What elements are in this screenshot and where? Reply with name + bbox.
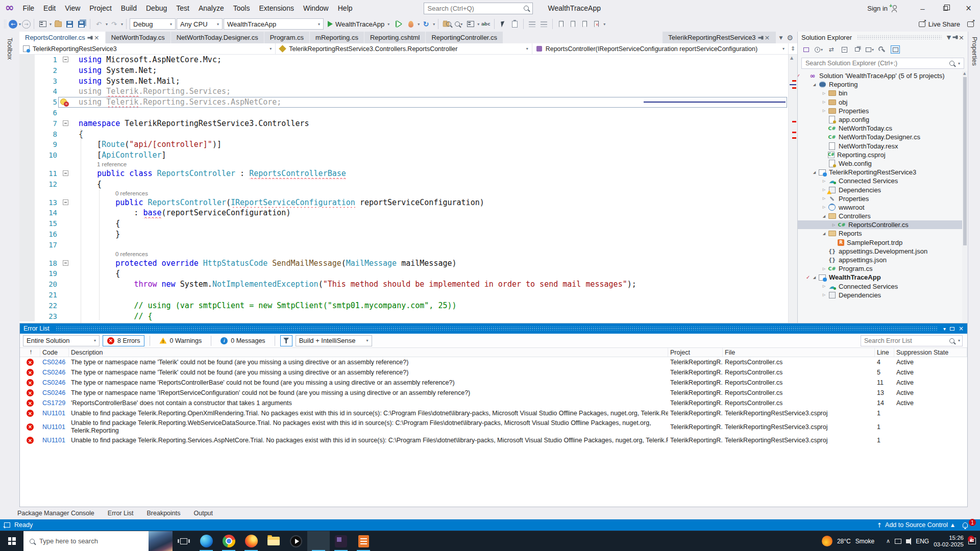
collapse-all-icon[interactable] bbox=[840, 45, 849, 54]
code-line-22[interactable]: 22 // using (var smtpClient = new SmtpCl… bbox=[19, 300, 797, 311]
solution-explorer-search[interactable]: ▾ bbox=[801, 58, 964, 69]
tree-item-wealthtraceapp[interactable]: ✓◢WealthTraceApp bbox=[798, 273, 968, 282]
code-line-8[interactable]: 8{ bbox=[19, 129, 797, 140]
tab-reportingcontroller-cs[interactable]: ReportingController.cs bbox=[426, 32, 503, 43]
tab-networthtoday-cs[interactable]: NetWorthToday.cs bbox=[106, 32, 170, 43]
column-header-file[interactable]: File bbox=[723, 348, 875, 357]
code-line-18[interactable]: 18 protected override HttpStatusCode Sen… bbox=[19, 258, 797, 269]
tree-item-controllers[interactable]: ◢Controllers bbox=[798, 212, 968, 220]
tree-item-appsettings-json[interactable]: {}appsettings.json bbox=[798, 256, 968, 264]
column-header-code[interactable]: Code bbox=[40, 348, 69, 357]
filter-dropdown-icon[interactable]: ▾ bbox=[865, 45, 874, 54]
project-dropdown[interactable]: TelerikReportingRestService3 ▾ bbox=[19, 43, 276, 54]
weather-icon[interactable] bbox=[822, 536, 832, 546]
increase-indent-icon[interactable] bbox=[538, 19, 549, 30]
code-line-16[interactable]: 16 } bbox=[19, 229, 797, 240]
background-task-icon[interactable] bbox=[4, 522, 10, 528]
code-line-4[interactable]: 4using Telerik.Reporting.Services; bbox=[19, 86, 797, 97]
tray-overflow-icon[interactable]: ∧ bbox=[886, 538, 890, 544]
find-in-files-icon[interactable] bbox=[442, 19, 452, 30]
expander-icon[interactable]: ▷ bbox=[820, 100, 828, 104]
live-share-button[interactable]: Live Share bbox=[919, 20, 978, 28]
expander-icon[interactable]: ▷ bbox=[820, 284, 828, 288]
tree-item-bin[interactable]: ▷bin bbox=[798, 89, 968, 97]
tree-item-properties[interactable]: ▷Properties bbox=[798, 194, 968, 203]
switch-views-icon[interactable] bbox=[801, 45, 811, 54]
close-panel-icon[interactable]: × bbox=[959, 34, 964, 41]
window-position-icon[interactable]: ▾ bbox=[943, 326, 946, 332]
code-line-3[interactable]: 3using System.Net.Mail; bbox=[19, 76, 797, 87]
start-without-debugging-icon[interactable] bbox=[394, 19, 404, 30]
taskbar-visual-studio[interactable] bbox=[307, 531, 330, 551]
tree-item-connected-services[interactable]: ▷☁Connected Services bbox=[798, 177, 968, 185]
tree-item-reportscontroller-cs[interactable]: ▷C#ReportsController.cs bbox=[798, 220, 968, 229]
tree-item-program-cs[interactable]: ▷C#Program.cs bbox=[798, 264, 968, 273]
tree-item-obj[interactable]: ▷obj bbox=[798, 98, 968, 107]
expander-icon[interactable]: ◢ bbox=[820, 232, 828, 236]
codelens-references[interactable]: 1 reference bbox=[97, 161, 127, 168]
expander-icon[interactable]: ▷ bbox=[820, 267, 828, 271]
type-dropdown[interactable]: TelerikReportingRestService3.Controllers… bbox=[276, 43, 532, 54]
code-line-9[interactable]: 9 [Route("api/[controller]")] bbox=[19, 139, 797, 150]
expander-icon[interactable]: ▷ bbox=[820, 196, 828, 201]
editor-vertical-scrollbar[interactable] bbox=[788, 55, 797, 323]
tree-item-wwwroot[interactable]: ▷wwwroot bbox=[798, 203, 968, 212]
intellisense-cursor-icon[interactable] bbox=[498, 19, 508, 30]
code-line-14[interactable]: 14 : base(reportServiceConfiguration) bbox=[19, 208, 797, 218]
expander-icon[interactable]: ▷ bbox=[820, 293, 828, 297]
code-line-20[interactable]: 20 throw new System.NotImplementedExcept… bbox=[19, 279, 797, 290]
undo-dropdown-icon[interactable]: ▾ bbox=[106, 22, 108, 27]
code-line-6[interactable]: 6 bbox=[19, 108, 797, 118]
split-window-button[interactable]: ⇕ bbox=[788, 43, 797, 54]
tree-item-web-config[interactable]: Web.config bbox=[798, 159, 968, 168]
open-file-icon[interactable] bbox=[53, 19, 63, 30]
taskbar-search[interactable] bbox=[23, 531, 173, 551]
platform-dropdown[interactable]: Any CPU▾ bbox=[177, 18, 223, 30]
code-line-7[interactable]: 7namespace TelerikReportingRestService3.… bbox=[19, 118, 797, 129]
filter-button[interactable] bbox=[280, 335, 292, 346]
pin-icon[interactable] bbox=[758, 37, 762, 38]
warnings-filter-button[interactable]: !0 Warnings bbox=[155, 335, 206, 346]
expander-icon[interactable]: ◢ bbox=[811, 83, 818, 87]
tree-item-networthtoday-designer-cs[interactable]: C#NetWorthToday.Designer.cs bbox=[798, 133, 968, 141]
code-line-1[interactable]: 1using Microsoft.AspNetCore.Mvc; bbox=[19, 55, 797, 65]
error-code[interactable]: CS0246 bbox=[40, 389, 69, 396]
tree-item-app-config[interactable]: app.config bbox=[798, 115, 968, 124]
code-line-2[interactable]: 2using System.Net; bbox=[19, 65, 797, 76]
navigate-forward-icon[interactable]: → bbox=[22, 20, 31, 29]
scope-dropdown[interactable]: Entire Solution▾ bbox=[23, 335, 100, 346]
expander-icon[interactable]: ◢ bbox=[811, 170, 818, 174]
error-row-6[interactable]: ×NU1101Unable to find package Telerik.Re… bbox=[20, 408, 967, 418]
taskbar-code-editor[interactable] bbox=[330, 531, 352, 551]
error-row-4[interactable]: ×CS0246The type or namespace name 'IRepo… bbox=[20, 388, 967, 398]
configuration-dropdown[interactable]: Debug▾ bbox=[130, 18, 176, 30]
menu-tools[interactable]: Tools bbox=[229, 0, 255, 16]
fold-collapse-icon[interactable] bbox=[63, 260, 68, 266]
expander-icon[interactable]: ▷ bbox=[820, 91, 828, 95]
clipboard-icon[interactable] bbox=[509, 19, 520, 30]
menu-help[interactable]: Help bbox=[333, 0, 357, 16]
toolbar-grip[interactable] bbox=[4, 19, 6, 29]
previous-bookmark-icon[interactable] bbox=[568, 19, 578, 30]
close-icon[interactable]: × bbox=[94, 34, 100, 41]
errors-filter-button[interactable]: ×8 Errors bbox=[103, 335, 144, 346]
taskbar-clock[interactable]: 15:26 03-02-2025 bbox=[934, 535, 964, 548]
tree-item-dependencies[interactable]: ▷Dependencies bbox=[798, 291, 968, 299]
properties-tab[interactable]: Properties bbox=[971, 37, 978, 66]
error-list-search-input[interactable] bbox=[864, 337, 946, 344]
menu-file[interactable]: File bbox=[18, 0, 39, 16]
column-header-project[interactable]: Project bbox=[668, 348, 723, 357]
close-icon[interactable]: × bbox=[765, 34, 770, 41]
error-code[interactable]: NU1101 bbox=[40, 437, 69, 444]
tree-item-reports[interactable]: ◢Reports bbox=[798, 229, 968, 238]
action-center-icon[interactable]: 2 bbox=[968, 538, 976, 544]
tree-item-networthtoday-resx[interactable]: NetWorthToday.resx bbox=[798, 142, 968, 151]
close-button[interactable]: × bbox=[957, 0, 980, 16]
severity-column-header[interactable]: ! bbox=[20, 348, 40, 357]
start-button[interactable] bbox=[0, 531, 23, 551]
code-line-10[interactable]: 10 [ApiController] bbox=[19, 150, 797, 161]
hot-reload-dropdown-icon[interactable]: ▾ bbox=[418, 22, 420, 27]
codelens-references[interactable]: 0 references bbox=[115, 251, 148, 258]
properties-wrench-icon[interactable] bbox=[878, 45, 887, 54]
redo-dropdown-icon[interactable]: ▾ bbox=[121, 22, 123, 27]
